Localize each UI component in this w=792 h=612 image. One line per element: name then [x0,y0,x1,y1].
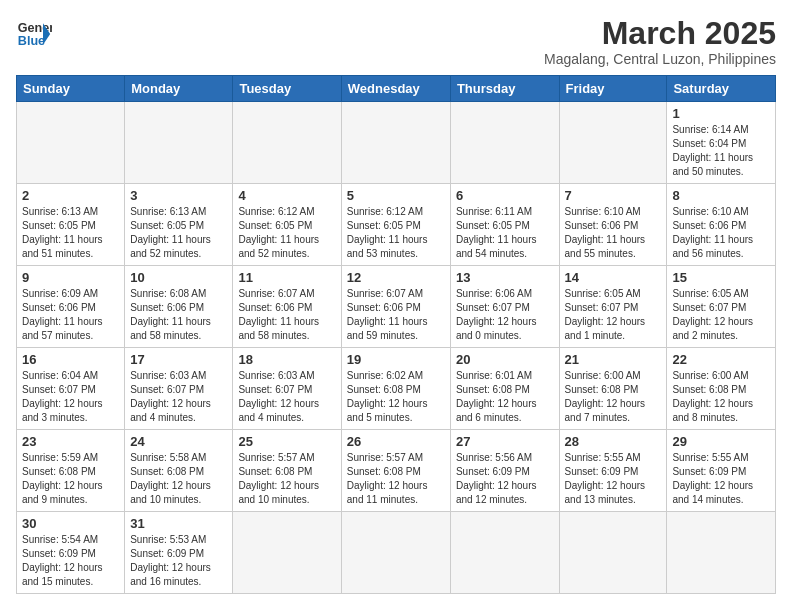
day-info: Sunrise: 5:59 AM Sunset: 6:08 PM Dayligh… [22,451,119,507]
day-cell: 28Sunrise: 5:55 AM Sunset: 6:09 PM Dayli… [559,430,667,512]
day-cell: 8Sunrise: 6:10 AM Sunset: 6:06 PM Daylig… [667,184,776,266]
day-cell: 11Sunrise: 6:07 AM Sunset: 6:06 PM Dayli… [233,266,341,348]
day-number: 5 [347,188,445,203]
calendar-table: SundayMondayTuesdayWednesdayThursdayFrid… [16,75,776,594]
day-cell [450,102,559,184]
day-info: Sunrise: 6:09 AM Sunset: 6:06 PM Dayligh… [22,287,119,343]
week-row-3: 9Sunrise: 6:09 AM Sunset: 6:06 PM Daylig… [17,266,776,348]
day-cell: 1Sunrise: 6:14 AM Sunset: 6:04 PM Daylig… [667,102,776,184]
day-cell: 25Sunrise: 5:57 AM Sunset: 6:08 PM Dayli… [233,430,341,512]
day-cell: 17Sunrise: 6:03 AM Sunset: 6:07 PM Dayli… [125,348,233,430]
day-cell: 16Sunrise: 6:04 AM Sunset: 6:07 PM Dayli… [17,348,125,430]
day-info: Sunrise: 6:11 AM Sunset: 6:05 PM Dayligh… [456,205,554,261]
day-number: 11 [238,270,335,285]
week-row-2: 2Sunrise: 6:13 AM Sunset: 6:05 PM Daylig… [17,184,776,266]
day-number: 21 [565,352,662,367]
day-number: 2 [22,188,119,203]
day-cell: 29Sunrise: 5:55 AM Sunset: 6:09 PM Dayli… [667,430,776,512]
day-number: 29 [672,434,770,449]
day-number: 1 [672,106,770,121]
day-number: 14 [565,270,662,285]
day-cell: 5Sunrise: 6:12 AM Sunset: 6:05 PM Daylig… [341,184,450,266]
day-number: 26 [347,434,445,449]
day-info: Sunrise: 6:00 AM Sunset: 6:08 PM Dayligh… [565,369,662,425]
day-cell: 30Sunrise: 5:54 AM Sunset: 6:09 PM Dayli… [17,512,125,594]
day-number: 23 [22,434,119,449]
day-number: 20 [456,352,554,367]
day-number: 19 [347,352,445,367]
weekday-header-sunday: Sunday [17,76,125,102]
day-cell: 12Sunrise: 6:07 AM Sunset: 6:06 PM Dayli… [341,266,450,348]
day-number: 15 [672,270,770,285]
day-number: 16 [22,352,119,367]
day-info: Sunrise: 5:57 AM Sunset: 6:08 PM Dayligh… [347,451,445,507]
day-number: 8 [672,188,770,203]
day-info: Sunrise: 6:08 AM Sunset: 6:06 PM Dayligh… [130,287,227,343]
day-number: 10 [130,270,227,285]
day-cell [17,102,125,184]
day-number: 30 [22,516,119,531]
day-number: 25 [238,434,335,449]
location-subtitle: Magalang, Central Luzon, Philippines [544,51,776,67]
day-number: 3 [130,188,227,203]
day-info: Sunrise: 6:14 AM Sunset: 6:04 PM Dayligh… [672,123,770,179]
day-cell: 27Sunrise: 5:56 AM Sunset: 6:09 PM Dayli… [450,430,559,512]
logo-icon: General Blue [16,16,52,52]
day-cell: 10Sunrise: 6:08 AM Sunset: 6:06 PM Dayli… [125,266,233,348]
day-number: 27 [456,434,554,449]
day-cell: 3Sunrise: 6:13 AM Sunset: 6:05 PM Daylig… [125,184,233,266]
day-info: Sunrise: 6:13 AM Sunset: 6:05 PM Dayligh… [130,205,227,261]
logo: General Blue [16,16,52,52]
weekday-header-saturday: Saturday [667,76,776,102]
day-cell: 22Sunrise: 6:00 AM Sunset: 6:08 PM Dayli… [667,348,776,430]
day-cell: 2Sunrise: 6:13 AM Sunset: 6:05 PM Daylig… [17,184,125,266]
day-info: Sunrise: 6:10 AM Sunset: 6:06 PM Dayligh… [672,205,770,261]
day-number: 6 [456,188,554,203]
day-info: Sunrise: 5:54 AM Sunset: 6:09 PM Dayligh… [22,533,119,589]
day-cell: 31Sunrise: 5:53 AM Sunset: 6:09 PM Dayli… [125,512,233,594]
day-cell [667,512,776,594]
weekday-header-row: SundayMondayTuesdayWednesdayThursdayFrid… [17,76,776,102]
day-info: Sunrise: 5:53 AM Sunset: 6:09 PM Dayligh… [130,533,227,589]
day-cell: 19Sunrise: 6:02 AM Sunset: 6:08 PM Dayli… [341,348,450,430]
day-info: Sunrise: 6:03 AM Sunset: 6:07 PM Dayligh… [130,369,227,425]
day-number: 17 [130,352,227,367]
day-cell [233,102,341,184]
weekday-header-tuesday: Tuesday [233,76,341,102]
day-info: Sunrise: 5:58 AM Sunset: 6:08 PM Dayligh… [130,451,227,507]
day-cell: 4Sunrise: 6:12 AM Sunset: 6:05 PM Daylig… [233,184,341,266]
day-number: 28 [565,434,662,449]
title-area: March 2025 Magalang, Central Luzon, Phil… [544,16,776,67]
day-info: Sunrise: 6:07 AM Sunset: 6:06 PM Dayligh… [238,287,335,343]
week-row-6: 30Sunrise: 5:54 AM Sunset: 6:09 PM Dayli… [17,512,776,594]
week-row-1: 1Sunrise: 6:14 AM Sunset: 6:04 PM Daylig… [17,102,776,184]
day-info: Sunrise: 5:55 AM Sunset: 6:09 PM Dayligh… [565,451,662,507]
week-row-4: 16Sunrise: 6:04 AM Sunset: 6:07 PM Dayli… [17,348,776,430]
day-cell [125,102,233,184]
day-info: Sunrise: 6:10 AM Sunset: 6:06 PM Dayligh… [565,205,662,261]
day-cell: 15Sunrise: 6:05 AM Sunset: 6:07 PM Dayli… [667,266,776,348]
month-title: March 2025 [544,16,776,51]
day-number: 18 [238,352,335,367]
day-cell [341,512,450,594]
day-number: 7 [565,188,662,203]
day-cell [233,512,341,594]
day-info: Sunrise: 6:04 AM Sunset: 6:07 PM Dayligh… [22,369,119,425]
day-cell [559,102,667,184]
day-info: Sunrise: 6:13 AM Sunset: 6:05 PM Dayligh… [22,205,119,261]
day-info: Sunrise: 6:05 AM Sunset: 6:07 PM Dayligh… [565,287,662,343]
day-number: 13 [456,270,554,285]
day-cell: 9Sunrise: 6:09 AM Sunset: 6:06 PM Daylig… [17,266,125,348]
header: General Blue March 2025 Magalang, Centra… [16,16,776,67]
day-cell: 21Sunrise: 6:00 AM Sunset: 6:08 PM Dayli… [559,348,667,430]
day-info: Sunrise: 6:05 AM Sunset: 6:07 PM Dayligh… [672,287,770,343]
day-info: Sunrise: 6:07 AM Sunset: 6:06 PM Dayligh… [347,287,445,343]
day-number: 4 [238,188,335,203]
day-info: Sunrise: 6:12 AM Sunset: 6:05 PM Dayligh… [347,205,445,261]
day-number: 22 [672,352,770,367]
weekday-header-friday: Friday [559,76,667,102]
day-cell: 18Sunrise: 6:03 AM Sunset: 6:07 PM Dayli… [233,348,341,430]
day-cell [341,102,450,184]
day-info: Sunrise: 6:00 AM Sunset: 6:08 PM Dayligh… [672,369,770,425]
day-cell: 6Sunrise: 6:11 AM Sunset: 6:05 PM Daylig… [450,184,559,266]
